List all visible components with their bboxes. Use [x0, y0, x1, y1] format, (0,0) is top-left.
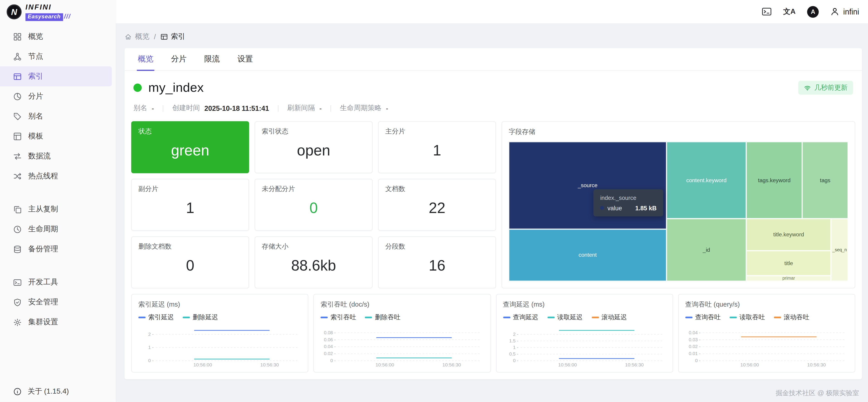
updated-badge: 几秒前更新: [798, 81, 853, 95]
sidebar-item-replication[interactable]: 主从复制: [0, 199, 112, 219]
legend-marker-icon: [503, 317, 510, 318]
stat-card-index-state: 索引状态open: [255, 121, 373, 173]
updated-badge-label: 几秒前更新: [814, 83, 847, 92]
sidebar-item-label: 生命周期: [28, 224, 58, 234]
sidebar-item-datastreams[interactable]: 数据流: [0, 146, 112, 166]
svg-text:10:56:00: 10:56:00: [376, 362, 394, 368]
user-menu[interactable]: infini: [830, 7, 859, 16]
chart-legend: 索引延迟 删除延迟: [138, 313, 302, 322]
meta-divider: [331, 105, 331, 112]
treemap-node[interactable]: tags: [802, 142, 848, 218]
meta-lifecycle-policy: 生命周期策略-: [340, 103, 388, 113]
legend-item[interactable]: 删除延迟: [183, 313, 218, 322]
sidebar-item-lifecycle[interactable]: 生命周期: [0, 219, 112, 239]
username: infini: [843, 7, 859, 16]
svg-text:10:56:00: 10:56:00: [740, 362, 759, 368]
meta-refresh-interval: 刷新间隔-: [287, 103, 322, 113]
svg-text:0.01 -: 0.01 -: [688, 351, 700, 356]
legend-item[interactable]: 读取延迟: [547, 313, 583, 322]
sidebar-item-label: 分片: [28, 91, 43, 101]
breadcrumb: 概览 / 索引: [125, 30, 862, 43]
sidebar-item-label: 别名: [28, 111, 43, 121]
legend-item[interactable]: 滚动吞吐: [774, 313, 809, 322]
sidebar-item-hot-threads[interactable]: 热点线程: [0, 166, 112, 186]
user-icon: [830, 7, 839, 16]
sidebar-item-security[interactable]: 安全管理: [0, 292, 112, 312]
line-chart-query-latency: 0 -0.5 -1 -1.5 -2 -10:56:0010:56:30: [503, 323, 666, 368]
treemap-node[interactable]: _seq_n: [831, 218, 848, 281]
sidebar-item-label: 节点: [28, 52, 43, 61]
tab-throttling[interactable]: 限流: [195, 48, 229, 70]
legend-marker-icon: [730, 317, 737, 318]
brand-logo[interactable]: N INFINI Easysearch///: [0, 0, 116, 23]
main-content: 概览 / 索引 概览 分片 限流 设置 my_index: [116, 23, 868, 402]
treemap-node[interactable]: title: [746, 250, 831, 276]
legend-item[interactable]: 读取吞吐: [730, 313, 765, 322]
breadcrumb-current[interactable]: 索引: [160, 31, 185, 41]
sidebar-item-templates[interactable]: 模板: [0, 126, 112, 146]
treemap-node[interactable]: _id: [666, 218, 746, 281]
stats-grid: 状态green 索引状态open 主分片1 副分片1 未分配分片0 文档数22 …: [131, 121, 496, 288]
tab-shards[interactable]: 分片: [162, 48, 195, 70]
tooltip-dot-icon: [600, 206, 604, 210]
legend-label: 删除吞吐: [375, 313, 400, 322]
sidebar-item-cluster-settings[interactable]: 集群设置: [0, 312, 112, 332]
logo-mark-icon: N: [7, 4, 22, 19]
sidebar-item-nodes[interactable]: 节点: [0, 47, 112, 66]
about-label: 关于 (1.15.4): [28, 386, 69, 397]
svg-text:10:56:30: 10:56:30: [260, 362, 279, 368]
svg-text:10:56:30: 10:56:30: [443, 362, 461, 368]
logo-text: INFINI Easysearch///: [25, 2, 71, 21]
tab-overview[interactable]: 概览: [129, 48, 162, 70]
svg-text:0 -: 0 -: [513, 358, 518, 363]
sidebar-item-backup[interactable]: 备份管理: [0, 239, 112, 259]
breadcrumb-home[interactable]: 概览: [125, 31, 150, 41]
line-chart-query-throughput: 0 -0.01 -0.02 -0.03 -0.04 -10:56:0010:56…: [685, 323, 848, 368]
console-button[interactable]: [762, 7, 772, 17]
sidebar-item-label: 安全管理: [28, 297, 58, 307]
legend-marker-icon: [685, 317, 692, 318]
stat-card-primary-shards: 主分片1: [378, 121, 496, 173]
svg-text:10:56:00: 10:56:00: [193, 362, 212, 368]
sidebar-item-devtools[interactable]: 开发工具: [0, 272, 112, 292]
legend-label: 查询吞吐: [695, 313, 720, 322]
chart-legend: 索引吞吐 删除吞吐: [321, 313, 484, 322]
sidebar-item-overview[interactable]: 概览: [0, 27, 112, 47]
stats-section: 状态green 索引状态open 主分片1 副分片1 未分配分片0 文档数22 …: [125, 121, 862, 288]
legend-marker-icon: [774, 317, 781, 318]
treemap-tooltip: index._source value 1.85 kB: [593, 189, 663, 216]
datastream-icon: [13, 152, 22, 160]
treemap-node[interactable]: content.keyword: [666, 142, 746, 218]
svg-text:0.02 -: 0.02 -: [688, 344, 700, 349]
chart-card-query-latency: 查询延迟 (ms) 查询延迟 读取延迟 滚动延迟 0 -0.5 -1 -1.5 …: [496, 294, 673, 373]
legend-item[interactable]: 滚动延迟: [591, 313, 627, 322]
legend-label: 索引吞吐: [331, 313, 356, 322]
sidebar-item-aliases[interactable]: 别名: [0, 106, 112, 126]
language-button[interactable]: 文A: [783, 7, 796, 17]
legend-item[interactable]: 索引吞吐: [321, 313, 356, 322]
svg-text:2 -: 2 -: [513, 332, 518, 337]
tab-settings[interactable]: 设置: [229, 48, 262, 70]
sidebar-group-ops: 主从复制 生命周期 备份管理: [0, 199, 116, 259]
legend-marker-icon: [138, 317, 146, 318]
legend-item[interactable]: 删除吞吐: [365, 313, 400, 322]
about-icon: [13, 388, 22, 396]
home-icon: [125, 33, 132, 40]
theme-button[interactable]: A: [807, 6, 819, 18]
sidebar-item-indices[interactable]: 索引: [0, 66, 112, 86]
treemap-node[interactable]: content: [509, 229, 666, 281]
treemap-node[interactable]: primar: [746, 276, 831, 281]
about-version[interactable]: 关于 (1.15.4): [0, 386, 69, 397]
chart-title: 索引延迟 (ms): [138, 300, 302, 310]
treemap-title: 字段存储: [509, 127, 848, 137]
legend-item[interactable]: 查询吞吐: [685, 313, 720, 322]
treemap-node[interactable]: title.keyword: [746, 218, 831, 251]
sidebar-item-label: 数据流: [28, 151, 51, 161]
meta-divider: [163, 105, 163, 112]
treemap-node[interactable]: tags.keyword: [746, 142, 802, 218]
legend-item[interactable]: 索引延迟: [138, 313, 174, 322]
legend-item[interactable]: 查询延迟: [503, 313, 538, 322]
translate-icon: 文A: [783, 7, 796, 17]
sidebar-item-shards[interactable]: 分片: [0, 86, 112, 106]
legend-marker-icon: [591, 317, 599, 318]
